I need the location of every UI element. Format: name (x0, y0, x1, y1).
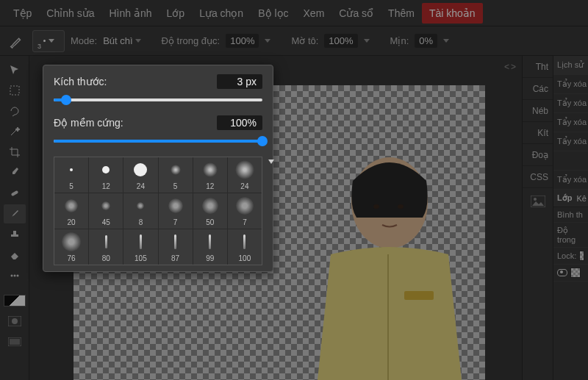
brush-preset[interactable]: 105 (123, 229, 157, 265)
brush-preset[interactable]: 80 (89, 229, 123, 265)
menu-window[interactable]: Cửa sổ (331, 3, 381, 24)
hardness-label: Độ mềm cứng: (54, 117, 123, 129)
svg-point-10 (16, 275, 18, 277)
brush-tool[interactable] (4, 204, 26, 223)
preset-size-label: 45 (102, 218, 110, 226)
preset-size-label: 24 (137, 182, 145, 190)
preset-size-label: 7 (243, 218, 247, 226)
brush-preset[interactable]: 24 (123, 157, 157, 193)
slider-thumb[interactable] (257, 136, 268, 146)
heal-tool[interactable] (4, 184, 26, 203)
panel-tab[interactable]: Tht (523, 56, 553, 78)
menu-file[interactable]: Tệp (6, 3, 39, 24)
lock-transparency-icon[interactable] (579, 251, 584, 261)
mask-mode[interactable] (4, 312, 26, 331)
size-slider[interactable] (54, 93, 262, 107)
panel-tab[interactable]: CSS (523, 166, 553, 188)
color-swatch[interactable] (4, 291, 26, 310)
menu-account[interactable]: Tài khoản (422, 3, 483, 24)
brush-presets-grid: 512245122420458750776801058799100 (54, 157, 262, 265)
image-icon[interactable] (523, 188, 553, 215)
brush-preset[interactable]: 7 (228, 193, 262, 229)
chevron-down-icon[interactable] (364, 39, 370, 43)
preset-size-label: 12 (102, 182, 110, 190)
marquee-tool[interactable] (4, 81, 26, 100)
screen-mode[interactable] (4, 332, 26, 351)
svg-rect-6 (10, 86, 19, 95)
brush-preset[interactable]: 87 (159, 229, 193, 265)
panel-tab[interactable]: Các (523, 78, 553, 100)
layers-tab[interactable]: Lớp (557, 193, 572, 203)
menu-image[interactable]: Hình ảnh (102, 3, 159, 24)
more-tools[interactable] (4, 266, 26, 285)
channels-tab[interactable]: Kê (576, 194, 586, 203)
layer-row[interactable] (553, 265, 588, 282)
lasso-tool[interactable] (4, 101, 26, 121)
menu-view[interactable]: Xem (296, 3, 332, 24)
options-bar: 3 Mode: Bút chì Độ trong đục: 100% Mờ tô… (0, 26, 588, 56)
eyedropper-tool[interactable] (4, 163, 26, 182)
brush-preset[interactable]: 45 (89, 193, 123, 229)
svg-rect-7 (10, 190, 18, 196)
stamp-tool[interactable] (4, 225, 26, 244)
brush-preset[interactable]: 20 (54, 193, 88, 229)
panel-tab[interactable]: Kít (523, 122, 553, 144)
move-tool[interactable] (4, 60, 26, 79)
size-label: Kích thước: (54, 76, 107, 87)
history-entry[interactable]: Tẩy xóa (553, 171, 588, 190)
hardness-slider[interactable] (54, 135, 262, 148)
brush-preset[interactable]: 12 (193, 157, 227, 193)
panel-nav-arrows[interactable]: <> (504, 62, 517, 72)
brush-preset[interactable]: 24 (228, 157, 262, 193)
history-entry[interactable]: Tẩy xóa (553, 75, 588, 94)
eraser-tool[interactable] (4, 245, 26, 265)
opacity-value[interactable]: 100% (226, 34, 259, 48)
layer-opacity-label: Độ trong (553, 223, 588, 248)
history-entry[interactable]: Tẩy xóa (553, 113, 588, 132)
svg-rect-3 (404, 291, 434, 300)
blend-mode-select[interactable]: Bình th (553, 207, 588, 223)
panel-tab[interactable]: Néb (523, 100, 553, 122)
brush-preset-picker[interactable]: 3 (32, 30, 65, 52)
history-entry[interactable] (553, 151, 588, 171)
chevron-down-icon[interactable] (443, 39, 449, 43)
brush-preset[interactable]: 12 (89, 157, 123, 193)
brush-preset[interactable]: 5 (159, 157, 193, 193)
brush-preset[interactable]: 100 (228, 229, 262, 265)
smooth-label: Mịn: (390, 35, 409, 46)
brush-preset[interactable]: 99 (193, 229, 227, 265)
chevron-down-icon[interactable] (265, 39, 270, 43)
svg-point-1 (373, 204, 379, 209)
crop-tool[interactable] (4, 143, 26, 162)
preset-size-label: 5 (173, 182, 178, 190)
hardness-value[interactable]: 100% (217, 115, 262, 130)
brush-preset[interactable]: 76 (54, 229, 88, 265)
wand-tool[interactable] (4, 122, 26, 141)
mode-select[interactable]: Bút chì (103, 35, 140, 46)
menu-layer[interactable]: Lớp (159, 3, 193, 24)
brush-preset[interactable]: 7 (159, 193, 193, 229)
history-tab[interactable]: Lịch sử (553, 56, 588, 75)
smooth-value[interactable]: 0% (415, 34, 437, 48)
menu-more[interactable]: Thêm (381, 3, 422, 24)
menu-edit[interactable]: Chỉnh sửa (39, 3, 101, 24)
preset-menu-icon[interactable] (268, 159, 274, 164)
brush-size-indicator: 3 (37, 43, 41, 50)
size-value[interactable]: 3 px (217, 74, 262, 89)
history-entry[interactable]: Tẩy xóa (553, 132, 588, 151)
flow-value[interactable]: 100% (324, 34, 357, 48)
history-entry[interactable]: Tẩy xóa (553, 94, 588, 113)
lock-row: Lock: (553, 248, 588, 265)
brush-preset[interactable]: 8 (123, 193, 157, 229)
menu-select[interactable]: Lựa chọn (192, 3, 251, 24)
preset-size-label: 50 (206, 218, 214, 226)
image-subject (279, 144, 485, 380)
panel-tab[interactable]: Đoạ (523, 144, 553, 166)
menu-filter[interactable]: Bộ lọc (251, 3, 295, 24)
visibility-icon[interactable] (557, 269, 567, 276)
brush-preset[interactable]: 5 (54, 157, 88, 193)
slider-thumb[interactable] (61, 95, 71, 105)
history-layers-panel: Lịch sử Tẩy xóa Tẩy xóa Tẩy xóa Tẩy xóa … (553, 56, 588, 380)
brush-preset[interactable]: 50 (193, 193, 227, 229)
preset-size-label: 87 (171, 254, 179, 262)
